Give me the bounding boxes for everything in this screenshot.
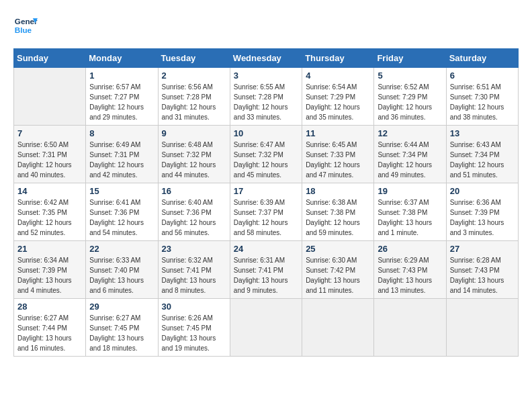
day-number: 10 — [234, 128, 298, 138]
day-number: 5 — [378, 71, 442, 81]
calendar-cell: 21 Sunrise: 6:34 AM Sunset: 7:39 PM Dayl… — [14, 241, 86, 299]
calendar-cell: 4 Sunrise: 6:54 AM Sunset: 7:29 PM Dayli… — [302, 68, 374, 126]
day-number: 13 — [450, 128, 515, 138]
day-info: Sunrise: 6:56 AM Sunset: 7:28 PM Dayligh… — [162, 82, 226, 122]
header-saturday: Saturday — [446, 49, 518, 68]
header-sunday: Sunday — [14, 49, 86, 68]
calendar-cell: 22 Sunrise: 6:33 AM Sunset: 7:40 PM Dayl… — [86, 241, 158, 299]
day-info: Sunrise: 6:33 AM Sunset: 7:40 PM Dayligh… — [89, 255, 154, 295]
svg-text:General: General — [15, 17, 38, 26]
day-number: 16 — [162, 186, 226, 196]
day-info: Sunrise: 6:27 AM Sunset: 7:44 PM Dayligh… — [17, 313, 82, 353]
calendar-header-row: SundayMondayTuesdayWednesdayThursdayFrid… — [14, 49, 519, 68]
calendar-cell — [14, 68, 86, 126]
calendar-cell: 23 Sunrise: 6:32 AM Sunset: 7:41 PM Dayl… — [158, 241, 230, 299]
calendar-cell — [302, 299, 374, 357]
calendar-cell: 11 Sunrise: 6:45 AM Sunset: 7:33 PM Dayl… — [302, 126, 374, 183]
day-info: Sunrise: 6:40 AM Sunset: 7:36 PM Dayligh… — [162, 197, 226, 238]
calendar-week-3: 14 Sunrise: 6:42 AM Sunset: 7:35 PM Dayl… — [14, 183, 519, 241]
calendar-cell: 5 Sunrise: 6:52 AM Sunset: 7:29 PM Dayli… — [374, 68, 446, 126]
calendar-week-4: 21 Sunrise: 6:34 AM Sunset: 7:39 PM Dayl… — [14, 241, 519, 299]
day-info: Sunrise: 6:37 AM Sunset: 7:38 PM Dayligh… — [378, 197, 442, 238]
calendar-cell: 10 Sunrise: 6:47 AM Sunset: 7:32 PM Dayl… — [230, 126, 302, 183]
day-number: 24 — [234, 244, 298, 254]
day-number: 4 — [306, 71, 370, 81]
calendar-cell: 26 Sunrise: 6:29 AM Sunset: 7:43 PM Dayl… — [374, 241, 446, 299]
calendar-cell: 20 Sunrise: 6:36 AM Sunset: 7:39 PM Dayl… — [446, 183, 518, 241]
calendar-cell: 2 Sunrise: 6:56 AM Sunset: 7:28 PM Dayli… — [158, 68, 230, 126]
day-number: 6 — [450, 71, 515, 81]
day-number: 29 — [89, 302, 154, 312]
day-number: 26 — [378, 244, 442, 254]
day-info: Sunrise: 6:36 AM Sunset: 7:39 PM Dayligh… — [450, 197, 515, 238]
day-info: Sunrise: 6:52 AM Sunset: 7:29 PM Dayligh… — [378, 82, 442, 122]
day-number: 9 — [162, 128, 226, 138]
day-number: 15 — [89, 186, 154, 196]
calendar-cell — [446, 299, 518, 357]
day-info: Sunrise: 6:30 AM Sunset: 7:42 PM Dayligh… — [306, 255, 370, 295]
day-info: Sunrise: 6:44 AM Sunset: 7:34 PM Dayligh… — [378, 140, 442, 180]
day-number: 12 — [378, 128, 442, 138]
day-info: Sunrise: 6:41 AM Sunset: 7:36 PM Dayligh… — [89, 197, 154, 238]
day-number: 7 — [17, 128, 82, 138]
day-number: 20 — [450, 186, 515, 196]
calendar-cell: 7 Sunrise: 6:50 AM Sunset: 7:31 PM Dayli… — [14, 126, 86, 183]
calendar-cell: 29 Sunrise: 6:27 AM Sunset: 7:45 PM Dayl… — [86, 299, 158, 357]
day-number: 23 — [162, 244, 226, 254]
day-info: Sunrise: 6:55 AM Sunset: 7:28 PM Dayligh… — [234, 82, 298, 122]
calendar-week-2: 7 Sunrise: 6:50 AM Sunset: 7:31 PM Dayli… — [14, 126, 519, 183]
calendar-cell: 3 Sunrise: 6:55 AM Sunset: 7:28 PM Dayli… — [230, 68, 302, 126]
header-monday: Monday — [86, 49, 158, 68]
day-info: Sunrise: 6:26 AM Sunset: 7:45 PM Dayligh… — [162, 313, 226, 353]
day-number: 19 — [378, 186, 442, 196]
calendar-cell: 25 Sunrise: 6:30 AM Sunset: 7:42 PM Dayl… — [302, 241, 374, 299]
day-info: Sunrise: 6:50 AM Sunset: 7:31 PM Dayligh… — [17, 140, 82, 180]
day-info: Sunrise: 6:29 AM Sunset: 7:43 PM Dayligh… — [378, 255, 442, 295]
day-number: 25 — [306, 244, 370, 254]
calendar-cell: 28 Sunrise: 6:27 AM Sunset: 7:44 PM Dayl… — [14, 299, 86, 357]
day-number: 8 — [89, 128, 154, 138]
calendar-cell: 17 Sunrise: 6:39 AM Sunset: 7:37 PM Dayl… — [230, 183, 302, 241]
logo-icon: General Blue — [13, 13, 38, 38]
calendar-table: SundayMondayTuesdayWednesdayThursdayFrid… — [13, 48, 519, 357]
day-number: 22 — [89, 244, 154, 254]
svg-text:Blue: Blue — [15, 26, 32, 34]
calendar-cell: 24 Sunrise: 6:31 AM Sunset: 7:41 PM Dayl… — [230, 241, 302, 299]
calendar-cell: 16 Sunrise: 6:40 AM Sunset: 7:36 PM Dayl… — [158, 183, 230, 241]
day-number: 17 — [234, 186, 298, 196]
calendar-cell — [374, 299, 446, 357]
day-info: Sunrise: 6:31 AM Sunset: 7:41 PM Dayligh… — [234, 255, 298, 295]
day-info: Sunrise: 6:34 AM Sunset: 7:39 PM Dayligh… — [17, 255, 82, 295]
calendar-cell: 30 Sunrise: 6:26 AM Sunset: 7:45 PM Dayl… — [158, 299, 230, 357]
calendar-cell: 6 Sunrise: 6:51 AM Sunset: 7:30 PM Dayli… — [446, 68, 518, 126]
calendar-week-1: 1 Sunrise: 6:57 AM Sunset: 7:27 PM Dayli… — [14, 68, 519, 126]
header-friday: Friday — [374, 49, 446, 68]
day-info: Sunrise: 6:42 AM Sunset: 7:35 PM Dayligh… — [17, 197, 82, 238]
day-info: Sunrise: 6:27 AM Sunset: 7:45 PM Dayligh… — [89, 313, 154, 353]
day-number: 2 — [162, 71, 226, 81]
day-number: 3 — [234, 71, 298, 81]
day-info: Sunrise: 6:32 AM Sunset: 7:41 PM Dayligh… — [162, 255, 226, 295]
calendar-cell: 19 Sunrise: 6:37 AM Sunset: 7:38 PM Dayl… — [374, 183, 446, 241]
day-info: Sunrise: 6:49 AM Sunset: 7:31 PM Dayligh… — [89, 140, 154, 180]
calendar-cell: 9 Sunrise: 6:48 AM Sunset: 7:32 PM Dayli… — [158, 126, 230, 183]
day-number: 11 — [306, 128, 370, 138]
header-thursday: Thursday — [302, 49, 374, 68]
day-info: Sunrise: 6:28 AM Sunset: 7:43 PM Dayligh… — [450, 255, 515, 295]
day-number: 18 — [306, 186, 370, 196]
day-number: 21 — [17, 244, 82, 254]
header-tuesday: Tuesday — [158, 49, 230, 68]
calendar-cell: 18 Sunrise: 6:38 AM Sunset: 7:38 PM Dayl… — [302, 183, 374, 241]
calendar-cell — [230, 299, 302, 357]
day-info: Sunrise: 6:38 AM Sunset: 7:38 PM Dayligh… — [306, 197, 370, 238]
day-number: 14 — [17, 186, 82, 196]
day-info: Sunrise: 6:57 AM Sunset: 7:27 PM Dayligh… — [89, 82, 154, 122]
day-info: Sunrise: 6:45 AM Sunset: 7:33 PM Dayligh… — [306, 140, 370, 180]
header-wednesday: Wednesday — [230, 49, 302, 68]
calendar-cell: 13 Sunrise: 6:43 AM Sunset: 7:34 PM Dayl… — [446, 126, 518, 183]
day-info: Sunrise: 6:47 AM Sunset: 7:32 PM Dayligh… — [234, 140, 298, 180]
calendar-week-5: 28 Sunrise: 6:27 AM Sunset: 7:44 PM Dayl… — [14, 299, 519, 357]
day-number: 28 — [17, 302, 82, 312]
page-header: General Blue — [13, 13, 519, 38]
calendar-cell: 14 Sunrise: 6:42 AM Sunset: 7:35 PM Dayl… — [14, 183, 86, 241]
